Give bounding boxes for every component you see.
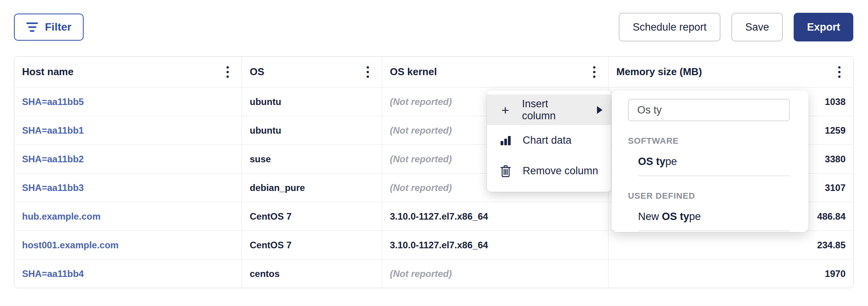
insert-column-popover: SOFTWARE OS type USER DEFINED New OS typ… — [612, 90, 808, 232]
menu-item-label: Insert column — [522, 98, 582, 122]
menu-item-label: Remove column — [523, 165, 598, 177]
hosts-report-page: Filter Schedule report Save Export Host … — [0, 0, 868, 306]
os-kernel-column-kebab-button[interactable] — [587, 63, 602, 81]
bar-chart-icon — [499, 134, 513, 147]
toolbar: Filter Schedule report Save Export — [14, 12, 853, 43]
item-text-post: pe — [689, 211, 701, 222]
table-cell-host: host001.example.com — [14, 230, 242, 259]
menu-item-label: Chart data — [523, 134, 571, 146]
table-cell-kernel: (Not reported) — [382, 259, 609, 288]
column-header-memory-size: Memory size (MB) — [609, 57, 853, 87]
item-text-post: pe — [666, 156, 677, 167]
table-cell-host: SHA=aa11bb1 — [14, 116, 242, 144]
table-cell-host: SHA=aa11bb5 — [14, 87, 242, 116]
item-text-match: OS ty — [638, 156, 666, 167]
host-name-column-kebab-button[interactable] — [220, 63, 235, 81]
kebab-icon — [838, 71, 841, 73]
table-cell-os: suse — [242, 144, 382, 173]
divider — [638, 175, 790, 176]
divider — [638, 230, 790, 231]
kebab-icon — [226, 71, 229, 73]
host-link[interactable]: hub.example.com — [22, 211, 101, 222]
group-label-software: SOFTWARE — [628, 136, 790, 146]
save-button[interactable]: Save — [731, 13, 783, 41]
table-cell-os: ubuntu — [242, 116, 382, 144]
filter-icon — [26, 22, 38, 32]
menu-item-insert-column[interactable]: + Insert column — [487, 95, 611, 125]
column-header-host-name: Host name — [14, 57, 242, 87]
host-link[interactable]: SHA=aa11bb1 — [22, 125, 84, 136]
group-label-user-defined: USER DEFINED — [628, 191, 790, 201]
table-cell-host: SHA=aa11bb4 — [14, 259, 242, 288]
table-cell-host: SHA=aa11bb2 — [14, 144, 242, 173]
table-cell-os: CentOS 7 — [242, 230, 382, 259]
column-header-os: OS — [242, 57, 382, 87]
os-column-kebab-button[interactable] — [360, 63, 376, 81]
popover-item-new-os-type[interactable]: New OS type — [638, 211, 790, 223]
column-header-label: OS kernel — [390, 66, 437, 78]
table-cell-os: centos — [242, 259, 382, 288]
trash-icon — [499, 165, 513, 178]
host-link[interactable]: SHA=aa11bb3 — [22, 182, 84, 193]
column-context-menu: + Insert column Chart data — [487, 90, 611, 192]
host-link[interactable]: SHA=aa11bb5 — [22, 96, 84, 107]
kebab-icon — [593, 71, 595, 73]
column-search-input[interactable] — [628, 99, 790, 121]
memory-column-kebab-button[interactable] — [832, 63, 847, 81]
table-cell-os: CentOS 7 — [242, 202, 382, 230]
host-link[interactable]: SHA=aa11bb4 — [22, 268, 84, 279]
filter-button-label: Filter — [45, 21, 71, 33]
host-link[interactable]: SHA=aa11bb2 — [22, 154, 84, 165]
table-cell-memory: 234.85 — [609, 230, 853, 259]
table-cell-os: ubuntu — [242, 87, 382, 116]
host-link[interactable]: host001.example.com — [22, 240, 118, 251]
caret-right-icon — [597, 106, 602, 114]
kebab-icon — [367, 71, 369, 73]
item-text-pre: New — [638, 211, 662, 222]
column-header-label: Memory size (MB) — [616, 66, 702, 78]
table-cell-memory: 1970 — [609, 259, 853, 288]
schedule-report-button[interactable]: Schedule report — [619, 13, 720, 41]
popover-item-os-type[interactable]: OS type — [638, 156, 790, 168]
column-header-label: OS — [250, 66, 264, 78]
table-cell-kernel: 3.10.0-1127.el7.x86_64 — [382, 230, 609, 259]
table-cell-kernel: 3.10.0-1127.el7.x86_64 — [382, 202, 609, 230]
table-cell-host: SHA=aa11bb3 — [14, 173, 242, 202]
table-cell-host: hub.example.com — [14, 202, 242, 230]
filter-button[interactable]: Filter — [14, 14, 84, 41]
menu-item-remove-column[interactable]: Remove column — [487, 156, 611, 186]
column-header-os-kernel: OS kernel — [382, 57, 609, 87]
toolbar-actions: Schedule report Save Export — [619, 13, 853, 41]
item-text-match: OS ty — [662, 211, 690, 222]
export-button[interactable]: Export — [794, 13, 853, 41]
menu-item-chart-data[interactable]: Chart data — [487, 125, 611, 156]
column-header-label: Host name — [22, 66, 74, 78]
table-cell-os: debian_pure — [242, 173, 382, 202]
plus-icon: + — [499, 103, 512, 117]
